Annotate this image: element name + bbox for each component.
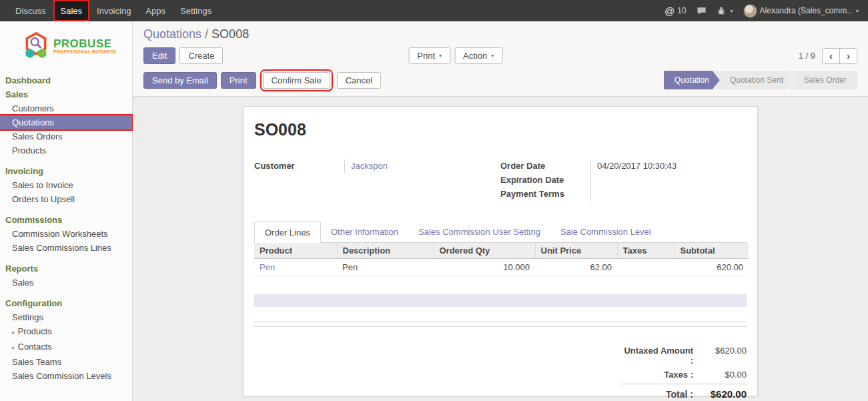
mention-systray-button[interactable]: @ 10 [665,5,687,17]
totals-block: Untaxed Amount : $620.00 Taxes : $0.00 T… [620,344,747,401]
sidebar-heading-reports: Reports [0,262,132,276]
caret-right-icon: ▸ [12,344,15,351]
debug-systray-button[interactable]: ▾ [717,6,733,15]
payment-terms-value [590,187,747,202]
col-header-product: Product [254,243,337,259]
sidebar-heading-invoicing: Invoicing [0,164,132,178]
fields-group: Customer Jackspon Order Date 04/20/2017 … [254,159,747,202]
payment-terms-label: Payment Terms [500,187,590,202]
control-panel: Quotations / SO008 Edit Create Print▾ Ac… [133,21,868,97]
sidebar-item-sales-commissions-lines[interactable]: Sales Commissions Lines [0,241,132,255]
content-area: Quotations / SO008 Edit Create Print▾ Ac… [133,21,868,401]
order-lines-table: Product Description Ordered Qty Unit Pri… [254,243,749,276]
sidebar-item-quotations[interactable]: Quotations [0,115,132,129]
bug-icon [717,6,726,15]
create-button[interactable]: Create [179,47,223,64]
form-view-area: SO008 Customer Jackspon Order Date 04/20 [133,97,868,401]
pager-counter: 1 / 9 [799,51,815,61]
table-header-row: Product Description Ordered Qty Unit Pri… [254,243,749,259]
print-dropdown-button[interactable]: Print▾ [408,47,450,64]
tab-sale-commission-level[interactable]: Sale Commission Level [550,222,661,243]
chat-bubble-icon [697,6,707,16]
total-value: $620.00 [700,388,747,400]
logo-subtitle: PROFESSIONAL BUSINESS [53,49,117,54]
dropdown-buttons-group: Print▾ Action▾ [408,47,506,64]
col-header-description: Description [337,243,434,259]
tab-order-lines[interactable]: Order Lines [254,222,321,243]
top-menu-invoicing[interactable]: Invoicing [89,0,138,21]
col-header-taxes: Taxes [617,243,675,259]
chevron-down-icon: ▾ [439,53,442,59]
sidebar-item-products[interactable]: Products [0,143,132,157]
send-by-email-button[interactable]: Send by Email [143,72,217,89]
cell-description: Pen [337,259,434,276]
col-header-unit-price: Unit Price [535,243,617,259]
action-dropdown-button[interactable]: Action▾ [454,47,502,64]
control-buttons-row: Edit Create Print▾ Action▾ 1 / 9 ‹ › [143,47,857,64]
sidebar-item-config-products[interactable]: ▸Products [0,324,132,340]
sidebar-item-commission-worksheets[interactable]: Commission Worksheets [0,227,132,241]
expiration-date-value [590,173,747,187]
document-sheet: SO008 Customer Jackspon Order Date 04/20 [243,106,758,396]
customer-label: Customer [254,159,344,173]
probuse-logo-icon [23,32,49,60]
confirm-sale-button[interactable]: Confirm Sale [263,72,330,89]
top-menu-apps[interactable]: Apps [138,0,173,21]
sidebar-item-sales-to-invoice[interactable]: Sales to Invoice [0,178,132,192]
product-link[interactable]: Pen [260,262,275,272]
taxes-label: Taxes : [620,370,700,380]
sidebar-item-customers[interactable]: Customers [0,101,132,115]
sidebar-item-config-contacts[interactable]: ▸Contacts [0,340,132,355]
user-name: Alexandra (Sales_comm.. [760,6,851,15]
print-button[interactable]: Print [221,72,256,89]
sidebar-item-label: Contacts [18,342,52,352]
top-menu-discuss[interactable]: Discuss [8,0,53,21]
cell-unit-price: 62.00 [535,259,617,276]
sidebar-item-reports-sales[interactable]: Sales [0,276,132,290]
separator-line [254,326,747,327]
untaxed-amount-label: Untaxed Amount : [620,346,700,366]
sidebar-item-sales-commission-levels[interactable]: Sales Commission Levels [0,369,132,383]
page-title: SO008 [254,120,747,139]
sidebar-item-sales-orders[interactable]: Sales Orders [0,129,132,143]
avatar [743,4,757,18]
sidebar-item-sales-teams[interactable]: Sales Teams [0,355,132,369]
customer-link[interactable]: Jackspon [351,161,388,171]
status-step-quotation-sent[interactable]: Quotation Sent [714,71,794,89]
chevron-down-icon: ▾ [491,53,494,59]
logo-title: PROBUSE [53,38,117,50]
status-step-sales-order[interactable]: Sales Order [788,71,857,89]
top-menu-sales[interactable]: Sales [53,0,90,21]
empty-section-row[interactable] [254,294,747,307]
untaxed-amount-value: $620.00 [700,346,747,356]
sidebar-item-orders-to-upsell[interactable]: Orders to Upsell [0,192,132,206]
expiration-date-label: Expiration Date [500,173,590,187]
statusbar: Quotation Quotation Sent Sales Order [664,71,857,89]
sidebar-item-settings[interactable]: Settings [0,310,132,324]
probuse-logo[interactable]: PROBUSE PROFESSIONAL BUSINESS [0,21,132,71]
pager-previous-button[interactable]: ‹ [822,48,840,64]
cell-ordered-qty: 10.000 [434,259,535,276]
sidebar-heading-commissions: Commissions [0,213,132,227]
top-menu-settings[interactable]: Settings [173,0,219,21]
tab-sales-commission-user-setting[interactable]: Sales Commission User Setting [408,222,550,243]
sidebar-heading-sales: Sales [0,87,132,101]
messages-systray-button[interactable] [697,6,707,16]
breadcrumb-current: SO008 [211,27,249,41]
mention-icon: @ [665,5,675,17]
breadcrumb-separator: / [205,27,208,41]
app-window: Discuss Sales Invoicing Apps Settings @ … [0,0,868,401]
edit-button[interactable]: Edit [143,47,175,64]
user-menu-button[interactable]: Alexandra (Sales_comm.. ▾ [743,4,859,18]
cancel-button[interactable]: Cancel [337,72,381,89]
order-date-label: Order Date [500,159,590,173]
breadcrumb: Quotations / SO008 [143,27,857,41]
cell-taxes [617,259,675,276]
tab-other-information[interactable]: Other Information [321,222,408,243]
mention-count: 10 [677,6,686,15]
status-step-quotation[interactable]: Quotation [664,71,720,89]
order-date-value: 04/20/2017 10:30:43 [590,159,747,173]
breadcrumb-quotations-link[interactable]: Quotations [143,27,201,41]
table-row[interactable]: Pen Pen 10.000 62.00 620.00 [254,259,749,276]
pager-next-button[interactable]: › [839,48,857,64]
